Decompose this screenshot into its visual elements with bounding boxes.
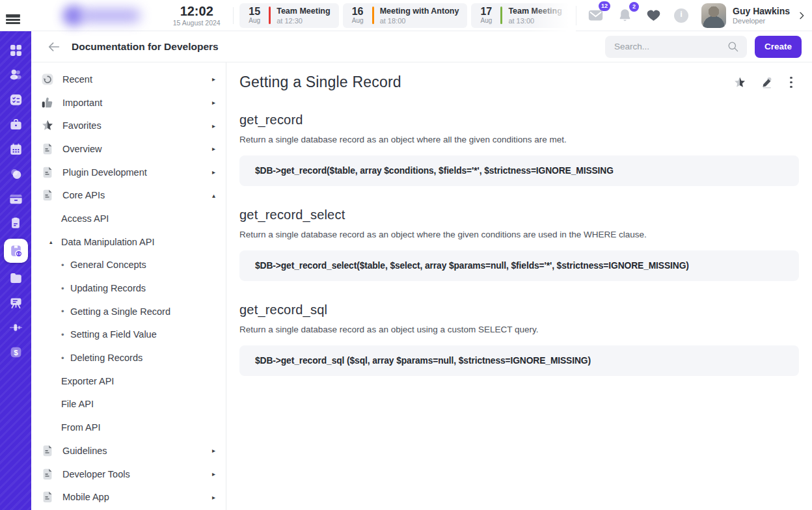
code-block: $DB->get_record_sql ($sql, array $params…	[239, 345, 799, 376]
rail-item-team[interactable]	[0, 62, 31, 87]
sidebar-item[interactable]: Recent ▸	[31, 68, 226, 91]
notifications-bell-icon[interactable]: 2	[617, 7, 633, 23]
event-title: Team Meeting	[277, 7, 330, 16]
search-input[interactable]	[613, 41, 727, 52]
sidebar-item-label: From API	[61, 422, 100, 433]
sidebar-item[interactable]: From API	[31, 416, 226, 439]
rail-item-workspace[interactable]	[0, 112, 31, 137]
app-rail: $	[0, 31, 31, 510]
page-header: Documentation for Developers Create	[31, 31, 812, 62]
messages-badge: 12	[599, 1, 610, 11]
event-color-bar	[500, 7, 502, 24]
sidebar-item[interactable]: Overview ▸	[31, 137, 226, 161]
topbar-icons: 12 2	[576, 6, 691, 25]
event-color-bar	[269, 7, 271, 24]
favorites-heart-icon[interactable]	[645, 7, 662, 23]
event-date: 16 Aug	[349, 7, 366, 25]
hamburger-menu-icon[interactable]	[0, 0, 26, 31]
event-title: Meeting with Antony	[380, 7, 459, 16]
divider	[233, 7, 234, 24]
sidebar-item[interactable]: Important ▸	[31, 91, 226, 114]
sidebar-item[interactable]: • Setting a Field Value	[31, 323, 226, 347]
sidebar-item[interactable]: • General Concepts	[31, 254, 226, 277]
chevron-icon: ▸	[212, 99, 215, 106]
sidebar-item-icon	[40, 467, 55, 481]
sidebar-item[interactable]: File API	[31, 393, 226, 416]
sidebar-item-label: Plugin Development	[62, 167, 147, 178]
sidebar-item[interactable]: • Updating Records	[31, 276, 226, 300]
messages-icon[interactable]: 12	[587, 7, 604, 24]
event-card[interactable]: 17 Aug Team Meeting at 13:00	[471, 3, 570, 28]
sidebar-item[interactable]: Developer Tools ▸	[31, 463, 226, 486]
sidebar-item[interactable]: Core APIs ▴	[31, 183, 226, 207]
kebab-menu-icon[interactable]	[787, 75, 795, 90]
clock-time: 12:02	[167, 5, 226, 18]
sidebar-item-icon	[40, 444, 55, 458]
sidebar-item[interactable]: • Deleting Records	[31, 346, 226, 369]
dollar-icon: $	[8, 345, 23, 360]
sidebar-item-icon	[40, 72, 55, 87]
sidebar-item[interactable]: • Getting a Single Record	[31, 300, 226, 323]
chevron-icon: ▸	[212, 447, 215, 454]
rail-item-billing[interactable]: $	[0, 340, 31, 364]
create-button[interactable]: Create	[755, 36, 802, 58]
rail-item-integrations[interactable]	[0, 315, 31, 340]
event-card[interactable]: 15 Aug Team Meeting at 12:30	[239, 3, 338, 28]
sidebar-item-label: Exporter API	[61, 376, 114, 386]
sidebar-item[interactable]: Mobile App ▸	[31, 485, 226, 509]
rail-item-notes[interactable]	[0, 211, 31, 235]
info-icon[interactable]	[674, 8, 688, 23]
sidebar-item-label: Access API	[61, 213, 109, 224]
rail-item-tasks[interactable]	[0, 87, 31, 112]
sidebar-item-label: General Concepts	[70, 260, 146, 270]
app-logo[interactable]	[35, 4, 144, 27]
section-heading: get_record_sql	[239, 302, 799, 317]
sidebar-item-label: Deleting Records	[70, 353, 142, 363]
sidebar-item[interactable]: Guidelines ▸	[31, 439, 226, 463]
clock-widget[interactable]: 12:02 15 August 2024	[167, 5, 226, 27]
sidebar-item[interactable]: Access API	[31, 207, 226, 230]
sidebar-item-icon	[40, 188, 55, 202]
rail-item-files[interactable]	[0, 265, 31, 290]
sidebar-item[interactable]: Exporter API	[31, 369, 226, 393]
sidebar-item[interactable]: Favorites ▸	[31, 114, 226, 137]
sidebar-item-label: Recent	[62, 74, 92, 85]
event-color-bar	[372, 7, 374, 24]
sidebar-item-label: File API	[61, 399, 94, 409]
team-icon	[8, 67, 23, 83]
rail-item-apps[interactable]	[0, 38, 31, 62]
rail-item-boards[interactable]	[0, 290, 31, 315]
search-icon	[727, 40, 739, 53]
code-block: $DB->get_record_select($table, $select, …	[239, 250, 799, 281]
section-description: Return a single database record as an ob…	[239, 325, 799, 334]
rail-item-documentation[interactable]	[0, 235, 31, 265]
calendar-events-strip: 15 Aug Team Meeting at 12:30 16 Aug Meet…	[239, 0, 576, 31]
rail-item-inbox[interactable]	[0, 186, 31, 211]
edit-pencil-icon[interactable]	[760, 75, 774, 90]
event-card[interactable]: 17 Aug Call Alex Sm at 20:00	[575, 3, 576, 28]
doc-section: get_record_sql Return a single database …	[239, 302, 799, 376]
chevron-icon: ▴	[212, 192, 215, 199]
event-card[interactable]: 16 Aug Meeting with Antony at 18:00	[343, 3, 468, 28]
rail-item-calendar[interactable]	[0, 137, 31, 161]
user-name: Guy Hawkins	[733, 6, 790, 16]
doc-sections: get_record Return a single database reco…	[239, 113, 799, 376]
sidebar-item-label: Getting a Single Record	[70, 306, 170, 317]
sidebar-item[interactable]: ▴ Data Manipulation API	[31, 230, 226, 254]
sidebar-item[interactable]: Plugin Development ▸	[31, 161, 226, 184]
event-time: at 13:00	[508, 17, 562, 25]
back-arrow-icon[interactable]	[43, 39, 65, 55]
doc-title: Getting a Single Record	[239, 74, 401, 91]
code-block: $DB->get_record($table, array $condition…	[239, 155, 799, 186]
favorite-star-icon[interactable]	[733, 75, 747, 90]
documentation-icon	[8, 243, 24, 259]
rail-item-activity[interactable]	[0, 161, 31, 186]
sidebar-item-icon	[40, 142, 55, 156]
sidebar-item-label: Overview	[62, 144, 102, 154]
section-heading: get_record	[239, 113, 799, 128]
sidebar-item-label: Setting a Field Value	[70, 329, 157, 340]
section-description: Return a single database record as an ob…	[239, 230, 799, 239]
tasks-icon	[8, 92, 23, 107]
chevron-right-icon	[796, 10, 807, 21]
user-menu[interactable]: Guy Hawkins Developer	[701, 3, 807, 28]
